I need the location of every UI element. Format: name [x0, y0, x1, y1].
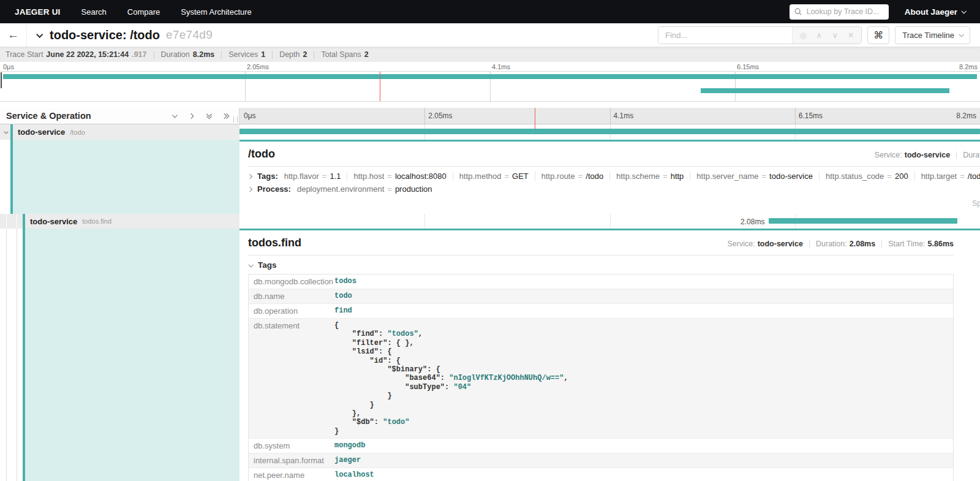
- table-row: db.mongodb.collectiontodos: [249, 275, 953, 289]
- span-name-cell[interactable]: todo-service /todo: [0, 124, 239, 140]
- trace-view-select-label: Trace Timeline: [902, 31, 954, 40]
- tag-item: deployment.environment=production: [296, 184, 439, 194]
- search-icon: [794, 8, 802, 15]
- minimap-canvas[interactable]: [0, 71, 980, 102]
- chevron-down-icon: [248, 262, 253, 267]
- expand-one-level-icon[interactable]: [171, 112, 179, 120]
- find-prev-icon[interactable]: ∧: [811, 31, 827, 40]
- collapse-one-level-icon[interactable]: [188, 112, 196, 120]
- row-value: todos: [330, 275, 953, 289]
- chevron-down-icon: [959, 32, 963, 37]
- tags-accordion[interactable]: Tags: http.flavor=1.1http.host=localhost…: [248, 172, 980, 181]
- service-label: Service:: [728, 240, 755, 248]
- chevron-right-icon: [248, 173, 252, 178]
- find-next-icon[interactable]: ∨: [827, 31, 843, 40]
- row-key: net.peer.name: [249, 468, 330, 481]
- db-statement-json: { "find": "todos", "filter": { }, "lsid"…: [334, 321, 948, 436]
- total-spans-value: 2: [364, 50, 369, 59]
- span-bar-cell[interactable]: 2.08ms: [239, 214, 980, 229]
- process-summary-list: deployment.environment=production: [296, 184, 439, 194]
- span-bar-todos-find[interactable]: [769, 218, 957, 224]
- keyboard-shortcuts-button[interactable]: ⌘: [867, 26, 889, 44]
- trace-page-header: ← todo-service: /todo e7e74d9 ◎ ∧ ∨ ✕ ⌘ …: [0, 23, 980, 47]
- trace-id: e7e74d9: [166, 28, 213, 42]
- tag-item: http.host=localhost:8080: [347, 172, 452, 181]
- indent-guide: [17, 229, 17, 481]
- service-label: Service:: [875, 151, 902, 159]
- tag-key: http.flavor: [284, 172, 319, 181]
- tag-item: http.method=GET: [453, 172, 535, 181]
- tick-label: 6.15ms: [737, 63, 759, 70]
- table-row: db.nametodo: [249, 289, 953, 304]
- equals-sign: =: [887, 172, 892, 181]
- jaeger-logo[interactable]: JAEGER UI: [15, 7, 61, 17]
- nav-item-compare[interactable]: Compare: [127, 7, 160, 17]
- detail-name-column: [0, 140, 239, 214]
- tags-label: Tags:: [257, 172, 278, 181]
- tick-label: 0μs: [244, 112, 256, 120]
- depth-value: 2: [303, 50, 307, 59]
- expand-all-icon[interactable]: [205, 112, 213, 120]
- column-resizer[interactable]: [233, 116, 238, 123]
- table-row: db.statement{ "find": "todos", "filter":…: [249, 319, 953, 439]
- span-row-todo[interactable]: todo-service /todo: [0, 124, 980, 140]
- span-bar-todo[interactable]: [239, 129, 980, 134]
- trace-summary-bar: Trace Start June 22 2022, 15:21:44.917 D…: [0, 47, 980, 62]
- table-row: db.operationfind: [249, 304, 953, 319]
- timeline-gridline: [795, 108, 796, 124]
- tag-item: http.route=/todo: [535, 172, 609, 181]
- collapse-all-icon[interactable]: [222, 112, 230, 120]
- tag-value: 200: [895, 172, 908, 181]
- tags-summary-list: http.flavor=1.1http.host=localhost:8080h…: [283, 172, 980, 181]
- tags-section-toggle[interactable]: Tags: [249, 260, 954, 270]
- row-value: jaeger: [330, 453, 953, 468]
- indent-guide: [6, 229, 7, 481]
- tag-value: localhost:8080: [395, 172, 447, 181]
- span-color-accent: [10, 124, 13, 140]
- divider: [881, 240, 882, 248]
- operation-name: todos.find: [82, 218, 111, 225]
- duration-label: Duration:: [816, 240, 847, 248]
- tag-value: /todo: [968, 172, 980, 181]
- equals-sign: =: [387, 184, 392, 194]
- find-clear-icon[interactable]: ✕: [843, 31, 859, 40]
- process-accordion[interactable]: Process: deployment.environment=producti…: [248, 184, 980, 194]
- trace-start-value: June 22 2022, 15:21:44: [46, 50, 129, 59]
- trace-view-select[interactable]: Trace Timeline: [895, 26, 970, 44]
- span-detail-panel-todo: /todo Service:todo-service Duration:8.2m…: [239, 140, 980, 214]
- trace-header-collapse-toggle[interactable]: [37, 32, 42, 37]
- table-row: net.peer.namelocalhost: [249, 468, 953, 481]
- row-value: mongodb: [330, 439, 953, 453]
- tick-label: 2.05ms: [247, 63, 269, 70]
- duration-label: Duration:: [963, 151, 980, 159]
- row-key: db.mongodb.collection: [249, 275, 330, 289]
- about-jaeger-menu[interactable]: About Jaeger: [905, 7, 965, 17]
- span-name-cell[interactable]: todo-service todos.find: [0, 214, 239, 229]
- row-gridline: [424, 214, 425, 229]
- trace-lookup-input[interactable]: [805, 7, 884, 17]
- find-match-icon[interactable]: ◎: [795, 31, 811, 40]
- about-jaeger-label: About Jaeger: [905, 7, 957, 17]
- timeline-ticks-header: 0μs 2.05ms 4.1ms 6.15ms 8.2ms: [239, 108, 980, 124]
- row-value: { "find": "todos", "filter": { }, "lsid"…: [330, 319, 953, 438]
- tick-label: 4.1ms: [492, 63, 510, 70]
- trace-lookup-box[interactable]: [790, 4, 889, 20]
- equals-sign: =: [387, 172, 392, 181]
- services-value: 1: [261, 50, 265, 59]
- nav-item-system-architecture[interactable]: System Architecture: [181, 7, 252, 17]
- service-operation-title: Service & Operation: [6, 111, 91, 121]
- divider: [809, 240, 810, 248]
- nav-item-search[interactable]: Search: [81, 7, 107, 17]
- collapse-children-icon[interactable]: [3, 127, 9, 138]
- span-row-todos-find[interactable]: todo-service todos.find 2.08ms: [0, 214, 980, 229]
- span-detail-title: /todo: [248, 148, 275, 161]
- span-color-accent: [23, 214, 25, 229]
- tag-value: 1.1: [330, 172, 341, 181]
- table-row: db.systemmongodb: [249, 439, 953, 453]
- find-input[interactable]: [658, 27, 792, 44]
- minimap-drag-handle[interactable]: [1, 72, 2, 88]
- tags-key-value-table: db.mongodb.collectiontodosdb.nametododb.…: [248, 274, 954, 481]
- indent-guide: [17, 214, 17, 229]
- back-button[interactable]: ←: [0, 23, 27, 47]
- span-bar-cell[interactable]: [239, 124, 980, 140]
